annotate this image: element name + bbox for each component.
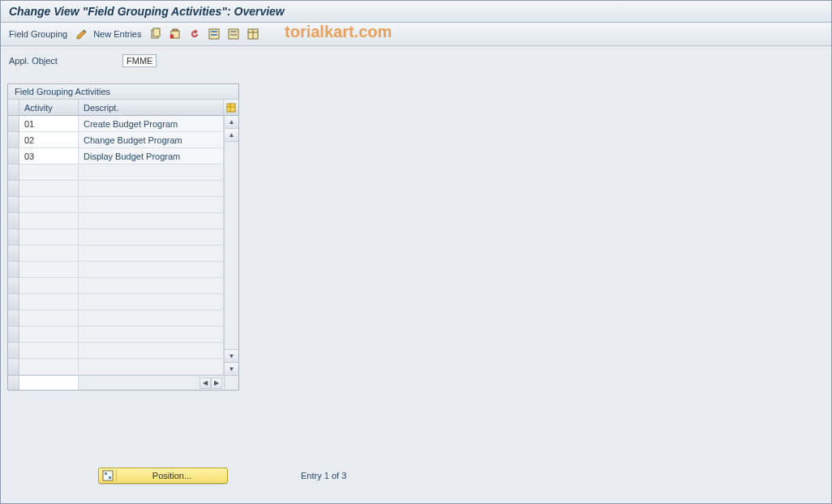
row-selector[interactable] <box>8 116 19 132</box>
cell-activity[interactable] <box>19 246 79 262</box>
cell-description[interactable] <box>79 246 224 262</box>
table-row[interactable] <box>8 213 224 229</box>
row-selector[interactable] <box>8 327 19 343</box>
cell-activity[interactable]: 02 <box>19 132 79 148</box>
appl-object-value: FMME <box>122 54 157 67</box>
row-selector[interactable] <box>8 181 19 197</box>
delete-icon[interactable] <box>167 26 183 42</box>
column-activity[interactable]: Activity <box>19 100 79 115</box>
cell-description[interactable] <box>79 294 224 310</box>
table-row[interactable] <box>8 343 224 359</box>
vertical-scrollbar[interactable]: ▲ ▲ ▼ ▼ <box>224 116 238 375</box>
footer-bar: Position... Entry 1 of 3 <box>98 468 346 484</box>
table-row[interactable] <box>8 164 224 181</box>
scroll-track[interactable] <box>225 142 238 349</box>
cell-activity[interactable] <box>19 164 79 181</box>
cell-description[interactable]: Display Budget Program <box>79 148 224 164</box>
select-all-column[interactable] <box>8 100 19 115</box>
cell-activity[interactable] <box>19 327 79 343</box>
cell-activity[interactable] <box>19 229 79 246</box>
row-selector[interactable] <box>8 359 19 375</box>
cell-activity[interactable] <box>19 197 79 213</box>
row-selector[interactable] <box>8 164 19 181</box>
row-selector[interactable] <box>8 132 19 148</box>
row-selector[interactable] <box>8 229 19 246</box>
row-selector[interactable] <box>8 262 19 278</box>
row-selector[interactable] <box>8 278 19 294</box>
change-icon[interactable] <box>74 26 90 42</box>
table-row[interactable]: 01Create Budget Program <box>8 116 224 132</box>
cell-description[interactable] <box>79 327 224 343</box>
table-row[interactable] <box>8 197 224 213</box>
select-all-icon[interactable] <box>206 26 222 42</box>
field-grouping-button[interactable]: Field Grouping <box>9 29 67 39</box>
table-row[interactable] <box>8 327 224 343</box>
cell-description[interactable] <box>79 229 224 246</box>
row-selector[interactable] <box>8 294 19 310</box>
svg-rect-9 <box>230 34 237 36</box>
svg-rect-3 <box>173 29 178 31</box>
scroll-left-icon[interactable]: ◀ <box>199 378 211 389</box>
table-row[interactable] <box>8 229 224 246</box>
row-selector[interactable] <box>8 148 19 164</box>
row-selector[interactable] <box>8 213 19 229</box>
row-selector[interactable] <box>8 197 19 213</box>
horizontal-scrollbar[interactable]: ◀ ▶ <box>8 375 238 390</box>
position-icon <box>99 470 117 481</box>
svg-rect-13 <box>227 104 235 112</box>
watermark-text: torialkart.com <box>285 23 392 41</box>
scroll-up-icon[interactable]: ▲ <box>225 116 238 129</box>
copy-icon[interactable] <box>148 26 164 42</box>
content-area: Appl. Object FMME Field Grouping Activit… <box>1 46 831 399</box>
table-row[interactable] <box>8 246 224 262</box>
cell-activity[interactable] <box>19 262 79 278</box>
table-row[interactable] <box>8 310 224 327</box>
cell-description[interactable]: Create Budget Program <box>79 116 224 132</box>
deselect-all-icon[interactable] <box>225 26 242 42</box>
cell-description[interactable] <box>79 278 224 294</box>
cell-description[interactable]: Change Budget Program <box>79 132 224 148</box>
cell-activity[interactable] <box>19 294 79 310</box>
table-config-button[interactable] <box>224 100 238 115</box>
table-header-row: Activity Descript. <box>8 100 238 116</box>
cell-description[interactable] <box>79 197 224 213</box>
cell-description[interactable] <box>79 181 224 197</box>
scroll-down-step-icon[interactable]: ▼ <box>225 349 238 362</box>
cell-activity[interactable] <box>19 213 79 229</box>
cell-description[interactable] <box>79 262 224 278</box>
cell-description[interactable] <box>79 359 224 375</box>
cell-description[interactable] <box>79 164 224 181</box>
application-toolbar: Field Grouping New Entries torialkart.co… <box>1 23 831 46</box>
row-selector[interactable] <box>8 246 19 262</box>
new-entries-button[interactable]: New Entries <box>93 29 141 39</box>
cell-activity[interactable] <box>19 359 79 375</box>
row-selector[interactable] <box>8 343 19 359</box>
table-row[interactable]: 02Change Budget Program <box>8 132 224 148</box>
table-row[interactable] <box>8 294 224 310</box>
svg-rect-6 <box>211 34 217 36</box>
table-settings-icon[interactable] <box>245 26 261 42</box>
scroll-down-icon[interactable]: ▼ <box>225 362 238 375</box>
cell-activity[interactable] <box>19 343 79 359</box>
table-row[interactable]: 03Display Budget Program <box>8 148 224 164</box>
cell-activity[interactable]: 03 <box>19 148 79 164</box>
cell-activity[interactable] <box>19 310 79 327</box>
cell-activity[interactable] <box>19 181 79 197</box>
table-row[interactable] <box>8 278 224 294</box>
scroll-right-icon[interactable]: ▶ <box>211 378 222 389</box>
position-button[interactable]: Position... <box>98 468 228 484</box>
column-description[interactable]: Descript. <box>79 100 224 115</box>
cell-activity[interactable]: 01 <box>19 116 79 132</box>
svg-rect-17 <box>105 472 107 475</box>
svg-rect-16 <box>103 471 113 481</box>
cell-description[interactable] <box>79 343 224 359</box>
undo-icon[interactable] <box>187 26 203 42</box>
cell-description[interactable] <box>79 213 224 229</box>
scroll-up-step-icon[interactable]: ▲ <box>225 129 238 142</box>
row-selector[interactable] <box>8 310 19 327</box>
cell-description[interactable] <box>79 310 224 327</box>
table-row[interactable] <box>8 359 224 375</box>
table-row[interactable] <box>8 181 224 197</box>
table-row[interactable] <box>8 262 224 278</box>
cell-activity[interactable] <box>19 278 79 294</box>
